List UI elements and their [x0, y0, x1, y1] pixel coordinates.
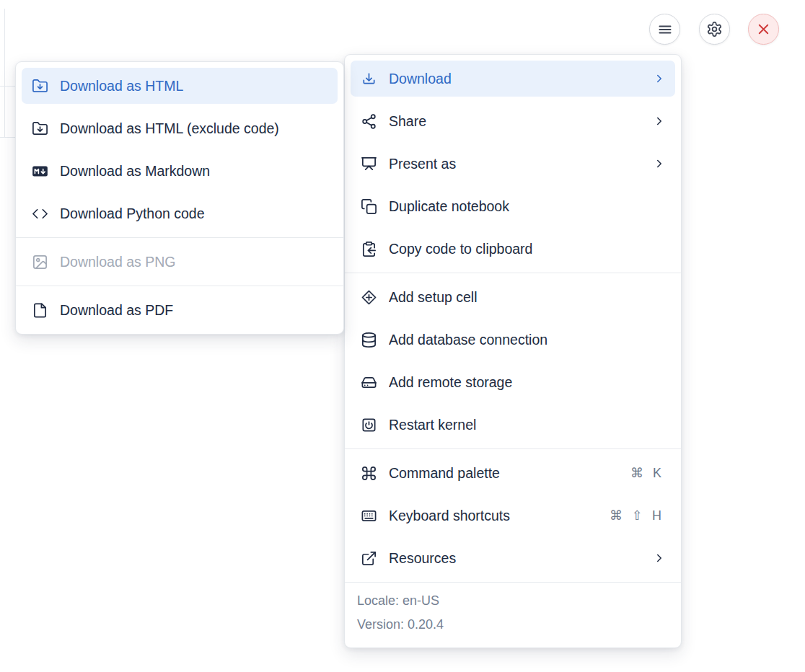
background-grid-line [0, 137, 16, 138]
menu-item-label: Download as PDF [60, 302, 328, 319]
menu-item-label: Add database connection [389, 332, 666, 348]
version-text: Version: 0.20.4 [357, 613, 669, 637]
menu-item-label: Keyboard shortcuts [389, 508, 598, 524]
image-icon [31, 253, 48, 270]
markdown-icon [31, 162, 48, 180]
menu-item-label: Download as HTML (exclude code) [60, 120, 328, 137]
menu-item-label: Duplicate notebook [389, 198, 666, 215]
notebook-menu: Download Share Present as Duplicate note… [344, 54, 682, 648]
menu-item-label: Command palette [389, 465, 619, 482]
shortcut-hint: ⌘ ⇧ H [610, 508, 664, 523]
menu-item-command-palette[interactable]: Command palette ⌘ K [351, 455, 675, 491]
menu-item-add-setup-cell[interactable]: Add setup cell [351, 279, 675, 315]
x-icon [755, 21, 773, 38]
locale-text: Locale: en-US [357, 589, 669, 613]
menu-item-add-database-connection[interactable]: Add database connection [351, 322, 675, 358]
external-link-icon [360, 549, 377, 567]
menu-item-label: Copy code to clipboard [389, 241, 666, 257]
share-icon [360, 112, 377, 130]
menu-item-duplicate-notebook[interactable]: Duplicate notebook [351, 188, 675, 224]
submenu-item-download-as-html[interactable]: Download as HTML [22, 68, 338, 104]
presentation-icon [360, 155, 377, 172]
menu-item-download[interactable]: Download [351, 61, 675, 97]
menu-item-label: Download as HTML [60, 78, 328, 94]
menu-footer: Locale: en-US Version: 0.20.4 [345, 583, 681, 647]
menu-icon [656, 21, 674, 38]
chevron-right-icon [653, 552, 666, 565]
download-submenu: Download as HTML Download as HTML (exclu… [15, 61, 344, 335]
menu-item-label: Add remote storage [389, 374, 666, 391]
clipboard-copy-icon [360, 240, 377, 257]
menu-item-label: Share [389, 113, 641, 130]
folder-down-icon [31, 77, 48, 94]
submenu-item-download-as-html-exclude-code[interactable]: Download as HTML (exclude code) [22, 110, 338, 146]
keyboard-icon [360, 507, 377, 524]
menu-item-copy-code-to-clipboard[interactable]: Copy code to clipboard [351, 231, 675, 267]
menu-item-label: Add setup cell [389, 289, 666, 306]
shortcut-hint: ⌘ K [630, 465, 664, 481]
menu-item-label: Download Python code [60, 205, 328, 222]
close-button[interactable] [748, 14, 779, 45]
submenu-item-download-python-code[interactable]: Download Python code [22, 195, 338, 231]
settings-button[interactable] [699, 14, 730, 45]
menu-item-label: Download as Markdown [60, 163, 328, 180]
menu-item-label: Present as [389, 156, 641, 172]
code-icon [31, 205, 48, 222]
menu-item-label: Resources [389, 550, 641, 567]
menu-item-share[interactable]: Share [351, 103, 675, 139]
download-icon [360, 70, 377, 87]
menu-item-label: Restart kernel [389, 417, 666, 433]
app-canvas: Download as HTML Download as HTML (exclu… [0, 0, 805, 672]
folder-down-icon [31, 120, 48, 137]
copy-icon [360, 198, 377, 215]
menu-item-label: Download [389, 71, 641, 87]
square-power-icon [360, 416, 377, 433]
menu-item-resources[interactable]: Resources [351, 540, 675, 576]
chevron-right-icon [653, 115, 666, 128]
hamburger-menu-button[interactable] [649, 14, 680, 45]
command-icon [360, 464, 377, 482]
submenu-item-download-as-pdf[interactable]: Download as PDF [22, 292, 338, 328]
hard-drive-icon [360, 373, 377, 391]
menu-item-present-as[interactable]: Present as [351, 146, 675, 182]
database-icon [360, 331, 377, 348]
gear-icon [706, 21, 723, 38]
submenu-item-download-as-png: Download as PNG [22, 244, 338, 280]
chevron-right-icon [653, 157, 666, 170]
file-icon [31, 301, 48, 319]
menu-item-keyboard-shortcuts[interactable]: Keyboard shortcuts ⌘ ⇧ H [351, 498, 675, 534]
menu-item-add-remote-storage[interactable]: Add remote storage [351, 364, 675, 400]
diamond-plus-icon [360, 288, 377, 306]
chevron-right-icon [653, 72, 666, 85]
background-grid-line [4, 9, 5, 137]
menu-item-restart-kernel[interactable]: Restart kernel [351, 407, 675, 443]
submenu-item-download-as-markdown[interactable]: Download as Markdown [22, 153, 338, 189]
background-grid-line [0, 86, 16, 87]
menu-item-label: Download as PNG [60, 254, 328, 270]
